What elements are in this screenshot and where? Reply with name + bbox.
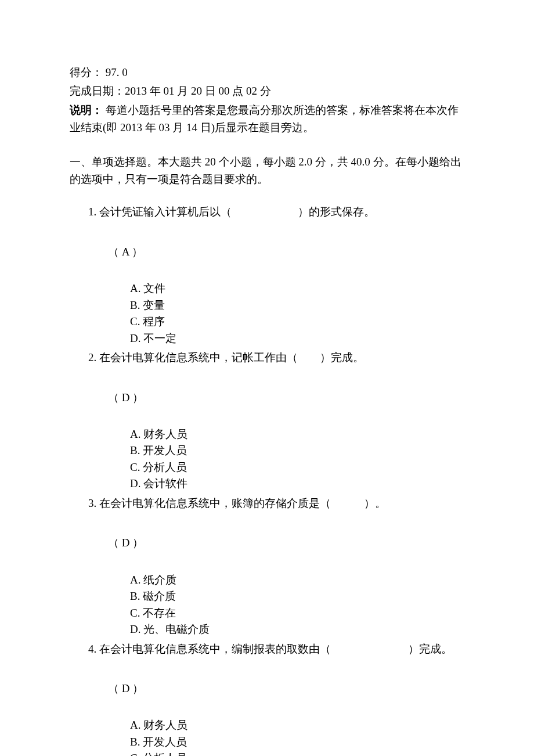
question-stem: 2. 在会计电算化信息系统中，记帐工作由（ ）完成。 [88, 349, 464, 366]
question-stem: 1. 会计凭证输入计算机后以（ ）的形式保存。 [88, 203, 464, 221]
question-number: 3. [88, 497, 96, 509]
question-block: 1. 会计凭证输入计算机后以（ ）的形式保存。（ A ）A. 文件B. 变量C.… [70, 203, 464, 347]
option-text: 程序 [143, 315, 165, 327]
description-label: 说明： [70, 104, 103, 116]
option-label: C. [130, 752, 140, 756]
option-row: B. 变量 [130, 297, 464, 314]
option-label: B. [130, 736, 140, 748]
option-row: A. 财务人员 [130, 426, 464, 443]
option-text: 分析人员 [143, 461, 187, 473]
option-text: 财务人员 [143, 719, 187, 731]
date-value: 2013 年 01 月 20 日 00 点 02 分 [125, 85, 271, 97]
option-row: B. 开发人员 [130, 734, 464, 751]
option-row: B. 开发人员 [130, 442, 464, 459]
question-stem: 4. 在会计电算化信息系统中，编制报表的取数由（ ）完成。 [88, 640, 464, 658]
option-text: 开发人员 [143, 444, 187, 456]
selected-answer: （ D ） [108, 534, 464, 552]
question-text: 在会计电算化信息系统中，账簿的存储介质是（ ）。 [99, 497, 386, 509]
questions-container: 1. 会计凭证输入计算机后以（ ）的形式保存。（ A ）A. 文件B. 变量C.… [70, 203, 464, 756]
option-row: C. 程序 [130, 314, 464, 330]
option-label: C. [130, 315, 140, 327]
option-list: A. 文件B. 变量C. 程序D. 不一定 [88, 280, 464, 347]
option-list: A. 财务人员B. 开发人员C. 分析人员D. 计算机 [88, 717, 464, 756]
option-text: 文件 [143, 282, 165, 294]
option-row: A. 文件 [130, 280, 464, 297]
question-text: 在会计电算化信息系统中，记帐工作由（ ）完成。 [99, 351, 364, 363]
question-block: 4. 在会计电算化信息系统中，编制报表的取数由（ ）完成。（ D ）A. 财务人… [70, 640, 464, 756]
option-text: 不存在 [143, 607, 176, 619]
option-text: 开发人员 [143, 736, 187, 748]
date-line: 完成日期：2013 年 01 月 20 日 00 点 02 分 [70, 82, 464, 100]
option-label: A. [130, 719, 140, 731]
option-label: B. [130, 590, 140, 602]
description-text: 每道小题括号里的答案是您最高分那次所选的答案，标准答案将在本次作业结束(即 20… [70, 104, 459, 134]
option-text: 光、电磁介质 [143, 623, 210, 635]
score-label: 得分： [70, 66, 103, 78]
option-row: D. 光、电磁介质 [130, 621, 464, 638]
score-line: 得分： 97. 0 [70, 64, 464, 81]
option-label: D. [130, 332, 140, 344]
question-number: 1. [88, 206, 96, 218]
question-block: 3. 在会计电算化信息系统中，账簿的存储介质是（ ）。（ D ）A. 纸介质B.… [70, 495, 464, 638]
option-text: 变量 [143, 299, 165, 311]
question-text: 在会计电算化信息系统中，编制报表的取数由（ ）完成。 [99, 643, 452, 655]
option-label: C. [130, 607, 140, 619]
selected-answer: （ D ） [108, 389, 464, 406]
option-row: B. 磁介质 [130, 588, 464, 605]
question-stem: 3. 在会计电算化信息系统中，账簿的存储介质是（ ）。 [88, 495, 464, 512]
option-row: A. 纸介质 [130, 572, 464, 589]
option-row: C. 不存在 [130, 605, 464, 622]
option-label: D. [130, 477, 140, 489]
option-label: B. [130, 299, 140, 311]
option-row: D. 不一定 [130, 330, 464, 347]
option-list: A. 纸介质B. 磁介质C. 不存在D. 光、电磁介质 [88, 572, 464, 638]
score-value: 97. 0 [103, 66, 128, 78]
option-text: 不一定 [143, 332, 176, 344]
option-row: C. 分析人员 [130, 459, 464, 476]
option-text: 会计软件 [143, 477, 187, 489]
question-number: 2. [88, 351, 96, 363]
option-text: 分析人员 [143, 752, 187, 756]
option-row: A. 财务人员 [130, 717, 464, 734]
option-label: A. [130, 428, 140, 440]
option-row: D. 会计软件 [130, 476, 464, 492]
selected-answer: （ A ） [108, 243, 464, 261]
option-label: B. [130, 444, 140, 456]
option-list: A. 财务人员B. 开发人员C. 分析人员D. 会计软件 [88, 426, 464, 492]
question-block: 2. 在会计电算化信息系统中，记帐工作由（ ）完成。（ D ）A. 财务人员B.… [70, 349, 464, 492]
section-intro: 一、单项选择题。本大题共 20 个小题，每小题 2.0 分，共 40.0 分。在… [70, 153, 464, 189]
selected-answer: （ D ） [108, 680, 464, 697]
option-text: 磁介质 [143, 590, 176, 602]
date-label: 完成日期： [70, 85, 125, 97]
option-label: A. [130, 574, 140, 586]
description-line: 说明： 每道小题括号里的答案是您最高分那次所选的答案，标准答案将在本次作业结束(… [70, 102, 464, 137]
option-label: D. [130, 623, 140, 635]
option-label: C. [130, 461, 140, 473]
question-text: 会计凭证输入计算机后以（ ）的形式保存。 [99, 206, 375, 218]
option-text: 纸介质 [143, 574, 176, 586]
question-number: 4. [88, 643, 96, 655]
option-label: A. [130, 282, 140, 294]
option-row: C. 分析人员 [130, 750, 464, 756]
option-text: 财务人员 [143, 428, 187, 440]
